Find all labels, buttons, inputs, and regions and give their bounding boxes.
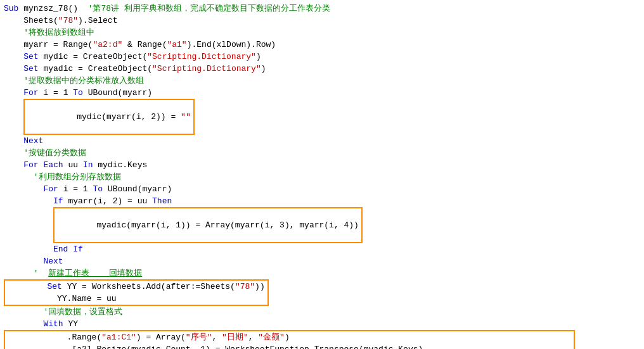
code-line-6: Set myadic = CreateObject("Scripting.Dic…: [4, 63, 640, 75]
code-line-3: '将数据放到数组中: [4, 27, 640, 39]
code-line-9: mydic(myarr(i, 2)) = "": [4, 99, 640, 135]
code-line-1: Sub mynzsz_78() '第78讲 利用字典和数组，完成不确定数目下数据…: [4, 3, 640, 15]
code-line-20: Set YY = Worksheets.Add(after:=Sheets("7…: [8, 281, 265, 293]
code-line-11: '按键值分类数据: [4, 147, 640, 159]
code-line-25: .[a2].Resize(myadic.Count, 1) = Workshee…: [8, 343, 571, 349]
code-line-24: .Range("a1:C1") = Array("序号", "日期", "金额"…: [8, 331, 571, 343]
code-line-4: myarr = Range("a2:d" & Range("a1").End(x…: [4, 39, 640, 51]
code-line-17: End If: [4, 243, 640, 255]
code-line-18: Next: [4, 255, 640, 267]
code-line-19: ' 新建工作表 回填数据: [4, 267, 640, 279]
code-line-7: '提取数据中的分类标准放入数组: [4, 75, 640, 87]
code-line-22: '回填数据，设置格式: [4, 306, 640, 318]
code-line-15: If myarr(i, 2) = uu Then: [4, 195, 640, 207]
code-line-12: For Each uu In mydic.Keys: [4, 159, 640, 171]
code-line-13: '利用数组分别存放数据: [4, 171, 640, 183]
keyword-sub: Sub: [4, 3, 23, 15]
code-line-14: For i = 1 To UBound(myarr): [4, 183, 640, 195]
code-line-10: Next: [4, 135, 640, 147]
highlight-box-2: myadic(myarr(i, 1)) = Array(myarr(i, 3),…: [53, 207, 363, 243]
code-line-21: YY.Name = uu: [8, 293, 265, 305]
code-line-5: Set mydic = CreateObject("Scripting.Dict…: [4, 51, 640, 63]
highlight-box-3: Set YY = Worksheets.Add(after:=Sheets("7…: [4, 279, 269, 306]
code-line-16: myadic(myarr(i, 1)) = Array(myarr(i, 3),…: [4, 207, 640, 243]
highlight-box-4: .Range("a1:C1") = Array("序号", "日期", "金额"…: [4, 330, 575, 349]
code-editor: Sub mynzsz_78() '第78讲 利用字典和数组，完成不确定数目下数据…: [0, 0, 644, 349]
code-line-23: With YY: [4, 318, 640, 330]
code-line-8: For i = 1 To UBound(myarr): [4, 87, 640, 99]
highlight-box-1: mydic(myarr(i, 2)) = "": [23, 99, 194, 135]
code-line-2: Sheets("78").Select: [4, 15, 640, 27]
